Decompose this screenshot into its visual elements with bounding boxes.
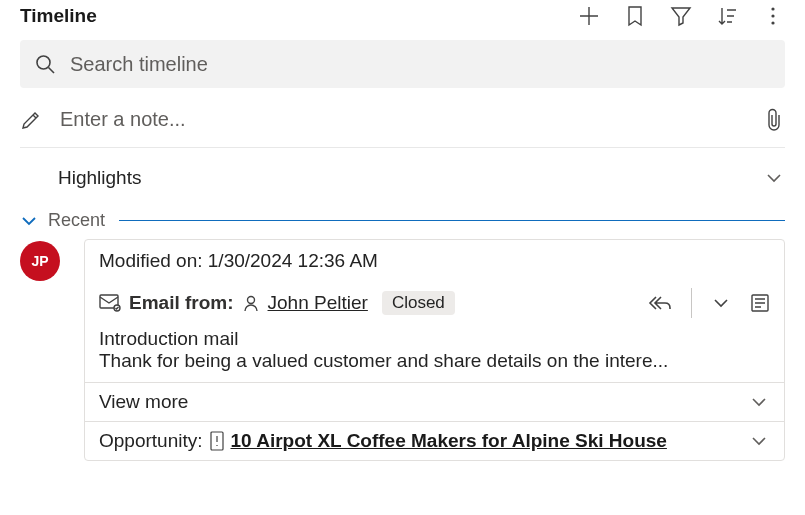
recent-section-header[interactable]: Recent [20, 210, 785, 231]
filter-button[interactable] [669, 4, 693, 28]
timeline-card: Modified on: 1/30/2024 12:36 AM Email fr… [84, 239, 785, 461]
chevron-down-icon [20, 212, 38, 230]
note-input[interactable] [60, 108, 313, 131]
recent-divider [119, 220, 785, 221]
timeline-item-row: JP Modified on: 1/30/2024 12:36 AM Email… [20, 239, 785, 461]
pencil-icon [20, 109, 42, 131]
opportunity-left: Opportunity: 10 Airpot XL Coffee Makers … [99, 430, 667, 452]
chevron-down-icon [763, 167, 785, 189]
chevron-down-icon [710, 292, 732, 314]
bookmark-button[interactable] [623, 4, 647, 28]
reply-all-icon [647, 293, 673, 313]
modified-value: 1/30/2024 12:36 AM [208, 250, 378, 271]
view-more-label: View more [99, 391, 188, 413]
modified-line: Modified on: 1/30/2024 12:36 AM [85, 240, 784, 282]
svg-point-1 [771, 14, 774, 17]
note-bar [20, 92, 785, 148]
status-badge: Closed [382, 291, 455, 315]
expand-email-button[interactable] [710, 292, 732, 314]
search-bar[interactable] [20, 40, 785, 88]
email-icon [99, 294, 121, 312]
open-record-button[interactable] [750, 293, 770, 313]
bookmark-icon [625, 5, 645, 27]
reply-all-button[interactable] [647, 293, 673, 313]
action-divider [691, 288, 692, 318]
opportunity-label: Opportunity: [99, 430, 203, 452]
copilot-icon [20, 166, 44, 190]
search-icon [34, 53, 56, 75]
priority-icon [209, 431, 225, 451]
avatar[interactable]: JP [20, 241, 60, 281]
chevron-down-icon [748, 430, 770, 452]
recent-chevron [20, 212, 38, 230]
sort-button[interactable] [715, 4, 739, 28]
svg-point-2 [771, 21, 774, 24]
header-actions [577, 4, 785, 28]
funnel-icon [670, 5, 692, 27]
svg-point-0 [771, 7, 774, 10]
email-header: Email from: John Peltier Closed [85, 282, 784, 322]
highlights-chevron[interactable] [763, 167, 785, 189]
timeline-title: Timeline [20, 5, 97, 27]
view-more-chevron [748, 391, 770, 413]
opportunity-row: Opportunity: 10 Airpot XL Coffee Makers … [85, 421, 784, 460]
person-icon [242, 294, 260, 312]
note-left [20, 108, 313, 131]
recent-label: Recent [48, 210, 105, 231]
plus-icon [578, 5, 600, 27]
email-body-preview: Thank for being a valued customer and sh… [85, 350, 784, 382]
open-record-icon [750, 293, 770, 313]
email-actions [647, 288, 770, 318]
chevron-down-icon [748, 391, 770, 413]
view-more-button[interactable]: View more [85, 382, 784, 421]
sort-icon [716, 5, 738, 27]
sender-link[interactable]: John Peltier [268, 292, 368, 314]
highlights-label: Highlights [58, 167, 141, 189]
highlights-left: Highlights [20, 166, 141, 190]
more-vertical-icon [762, 5, 784, 27]
email-subject: Introduction mail [85, 322, 784, 350]
svg-point-3 [37, 56, 50, 69]
modified-prefix: Modified on: [99, 250, 208, 271]
attach-button[interactable] [763, 108, 785, 132]
highlights-row[interactable]: Highlights [20, 148, 785, 200]
timeline-header: Timeline [0, 0, 805, 36]
svg-point-6 [247, 297, 254, 304]
search-input[interactable] [70, 53, 771, 76]
opportunity-link[interactable]: 10 Airpot XL Coffee Makers for Alpine Sk… [231, 430, 667, 452]
email-left: Email from: John Peltier Closed [99, 291, 455, 315]
timeline-panel: Timeline [0, 0, 805, 461]
more-button[interactable] [761, 4, 785, 28]
paperclip-icon [763, 108, 785, 132]
add-button[interactable] [577, 4, 601, 28]
opportunity-chevron[interactable] [748, 430, 770, 452]
email-from-label: Email from: [129, 292, 234, 314]
